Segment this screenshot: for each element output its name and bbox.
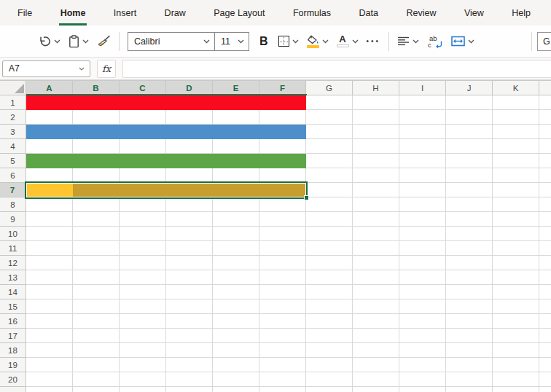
cell-F19[interactable] (259, 358, 306, 372)
cell-H17[interactable] (353, 329, 399, 343)
cell-G5[interactable] (306, 154, 353, 168)
cell-J4[interactable] (446, 139, 493, 154)
cell-F13[interactable] (259, 270, 306, 285)
cell-C20[interactable] (120, 372, 166, 387)
cell-I11[interactable] (399, 241, 446, 256)
cell-K7[interactable] (493, 183, 539, 197)
cell-A6[interactable] (26, 168, 73, 183)
cell-E15[interactable] (213, 299, 259, 314)
cell-A8[interactable] (26, 197, 73, 212)
cell-H5[interactable] (353, 154, 399, 168)
cell-E10[interactable] (213, 227, 259, 241)
cell-H8[interactable] (353, 197, 399, 212)
cell-I18[interactable] (399, 343, 446, 358)
column-header-A[interactable]: A (26, 81, 73, 95)
cell-L2[interactable] (539, 110, 551, 125)
cell-I21[interactable] (399, 387, 446, 392)
column-header-H[interactable]: H (353, 81, 399, 95)
cell-D10[interactable] (166, 227, 213, 241)
cell-F17[interactable] (259, 329, 306, 343)
cell-F10[interactable] (259, 227, 306, 241)
cell-I12[interactable] (399, 256, 446, 270)
cell-K11[interactable] (493, 241, 539, 256)
cell-H15[interactable] (353, 299, 399, 314)
cell-I7[interactable] (399, 183, 446, 197)
paste-button[interactable] (69, 35, 89, 48)
cell-J9[interactable] (446, 212, 493, 227)
font-size-select[interactable]: 11 (214, 32, 249, 51)
cell-K4[interactable] (493, 139, 539, 154)
cell-H2[interactable] (353, 110, 399, 125)
cell-A15[interactable] (26, 299, 73, 314)
cell-G9[interactable] (306, 212, 353, 227)
cell-G17[interactable] (306, 329, 353, 343)
cell-K17[interactable] (493, 329, 539, 343)
cell-J17[interactable] (446, 329, 493, 343)
select-all-corner[interactable] (0, 81, 26, 95)
cell-I16[interactable] (399, 314, 446, 329)
cell-C13[interactable] (120, 270, 166, 285)
cell-C4[interactable] (120, 139, 166, 154)
cell-H21[interactable] (353, 387, 399, 392)
cell-J15[interactable] (446, 299, 493, 314)
fill-color-button[interactable] (307, 35, 329, 48)
cell-C16[interactable] (120, 314, 166, 329)
row-header-16[interactable]: 16 (0, 314, 26, 329)
row-header-11[interactable]: 11 (0, 241, 26, 256)
cell-C14[interactable] (120, 285, 166, 299)
cell-J14[interactable] (446, 285, 493, 299)
tab-view[interactable]: View (463, 0, 485, 26)
cell-H6[interactable] (353, 168, 399, 183)
cell-J11[interactable] (446, 241, 493, 256)
cell-F20[interactable] (259, 372, 306, 387)
cell-C2[interactable] (120, 110, 166, 125)
cell-C19[interactable] (120, 358, 166, 372)
cell-I5[interactable] (399, 154, 446, 168)
cell-C21[interactable] (120, 387, 166, 392)
cell-G3[interactable] (306, 125, 353, 139)
cell-L21[interactable] (539, 387, 551, 392)
cell-I6[interactable] (399, 168, 446, 183)
column-header-J[interactable]: J (446, 81, 493, 95)
row-header-3[interactable]: 3 (0, 125, 26, 139)
cell-B14[interactable] (73, 285, 120, 299)
cell-L6[interactable] (539, 168, 551, 183)
cell-D15[interactable] (166, 299, 213, 314)
column-header-C[interactable]: C (120, 81, 166, 95)
bold-button[interactable]: B (257, 35, 270, 48)
cell-K12[interactable] (493, 256, 539, 270)
column-header-D[interactable]: D (166, 81, 213, 95)
cell-A9[interactable] (26, 212, 73, 227)
cell-G21[interactable] (306, 387, 353, 392)
cell-K14[interactable] (493, 285, 539, 299)
cell-G4[interactable] (306, 139, 353, 154)
cell-H10[interactable] (353, 227, 399, 241)
cell-G11[interactable] (306, 241, 353, 256)
cell-K21[interactable] (493, 387, 539, 392)
cell-D13[interactable] (166, 270, 213, 285)
cell-G1[interactable] (306, 95, 353, 110)
cell-H1[interactable] (353, 95, 399, 110)
number-format-select[interactable]: G (537, 32, 551, 51)
cell-A10[interactable] (26, 227, 73, 241)
row-header-7[interactable]: 7 (0, 183, 26, 197)
cell-I4[interactable] (399, 139, 446, 154)
cell-H18[interactable] (353, 343, 399, 358)
cell-J21[interactable] (446, 387, 493, 392)
cell-B11[interactable] (73, 241, 120, 256)
row-header-21[interactable] (0, 387, 26, 392)
tab-file[interactable]: File (16, 0, 34, 26)
cell-E11[interactable] (213, 241, 259, 256)
cell-A14[interactable] (26, 285, 73, 299)
cell-I3[interactable] (399, 125, 446, 139)
cell-L18[interactable] (539, 343, 551, 358)
cell-K16[interactable] (493, 314, 539, 329)
cell-E14[interactable] (213, 285, 259, 299)
cell-H14[interactable] (353, 285, 399, 299)
row-header-13[interactable]: 13 (0, 270, 26, 285)
cell-E4[interactable] (213, 139, 259, 154)
cell-I13[interactable] (399, 270, 446, 285)
cell-D18[interactable] (166, 343, 213, 358)
column-header-K[interactable]: K (493, 81, 539, 95)
cell-D16[interactable] (166, 314, 213, 329)
